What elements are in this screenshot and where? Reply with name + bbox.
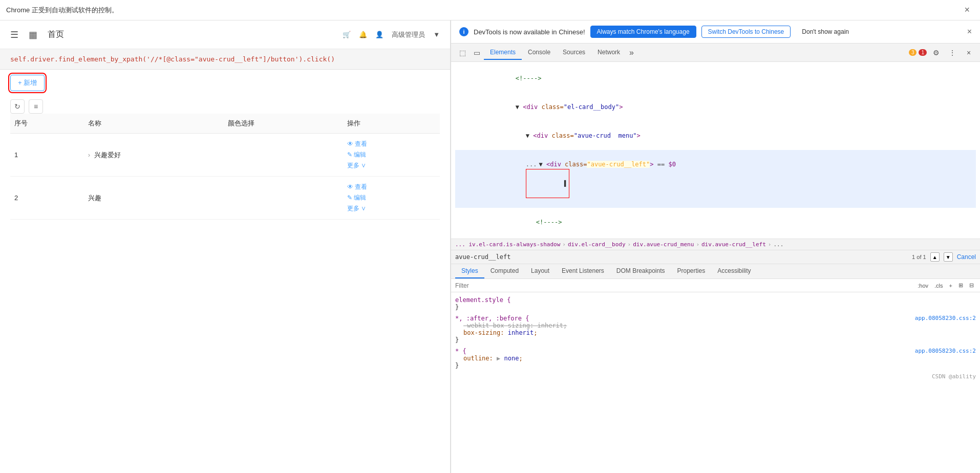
elements-panel: <!----> ▼ <div class="el-card__body"> ▼ … (451, 62, 980, 239)
css-filter-input[interactable] (455, 282, 913, 289)
device-toolbar-icon[interactable]: ▭ (470, 46, 484, 60)
col-header-color: 颜色选择 (224, 114, 343, 134)
breadcrumb-item-2[interactable]: div.el-card__body (568, 241, 626, 248)
tab-accessibility[interactable]: Accessibility (711, 264, 757, 278)
table-row: 1› 兴趣爱好👁 查看✎ 编辑更多 ∨ (10, 134, 440, 177)
filter-add-btn[interactable]: + (947, 282, 954, 290)
cell-id: 1 (10, 134, 84, 177)
more-tabs-icon[interactable]: » (626, 48, 637, 57)
tab-computed[interactable]: Computed (484, 264, 525, 278)
styles-content: element.style { } *, :after, :before {ap… (451, 292, 980, 473)
filter-row: :hov .cls + ⊞ ⊟ (451, 279, 980, 292)
filter-icon-1[interactable]: ⊞ (956, 281, 965, 290)
action-btn[interactable]: ✎ 编辑 (347, 193, 436, 202)
tab-event-listeners[interactable]: Event Listeners (556, 264, 610, 278)
html-comment-1: <!----> (455, 64, 976, 93)
bell-icon[interactable]: 🔔 (359, 31, 367, 38)
breadcrumb-row: ... iv.el-card.is-always-shadow › div.el… (451, 239, 980, 250)
settings-gear-icon[interactable]: ⚙ (929, 46, 943, 60)
breadcrumb-item-3[interactable]: div.avue-crud_menu (633, 241, 694, 248)
automation-topbar: Chrome 正受到自动测试软件的控制。 × (0, 0, 980, 20)
menu-hamburger-icon[interactable]: ☰ (10, 29, 18, 40)
devtools-notif-close[interactable]: × (967, 27, 972, 36)
dont-show-button[interactable]: Don't show again (796, 26, 855, 37)
three-dots-icon[interactable]: ... (526, 161, 537, 168)
tab-console[interactable]: Console (522, 46, 557, 60)
always-match-button[interactable]: Always match Chrome's language (590, 26, 696, 38)
search-prev-btn[interactable]: ▲ (930, 252, 940, 262)
info-icon: i (459, 27, 468, 36)
devtools-menu-icon[interactable]: ⋮ (945, 46, 960, 60)
main-layout: ☰ ▦ 首页 🛒 🔔 👤 高级管理员 ▼ self.driver.find_el… (0, 20, 980, 473)
user-dropdown-icon[interactable]: ▼ (433, 31, 440, 38)
add-button[interactable]: + 新增 (10, 75, 45, 91)
footer-text: CSDN @ability (455, 373, 976, 380)
close-devtools-icon[interactable]: × (962, 46, 976, 60)
col-header-id: 序号 (10, 114, 84, 134)
devtools-panel: i DevTools is now available in Chinese! … (451, 20, 980, 473)
filter-hov-btn[interactable]: :hov (915, 282, 930, 290)
topbar-close-button[interactable]: × (960, 3, 974, 17)
cell-color (224, 134, 343, 177)
automation-notice: Chrome 正受到自动测试软件的控制。 (6, 6, 118, 15)
refresh-button[interactable]: ↻ (10, 99, 25, 114)
grid-icon[interactable]: ▦ (29, 29, 37, 40)
shirt-icon: 🛒 (343, 31, 351, 38)
expand-icon[interactable]: › (88, 151, 92, 159)
error-badge: 1 (919, 49, 927, 56)
toolbar: + 新增 (0, 70, 450, 96)
css-rule-element-style: element.style { } (455, 296, 976, 311)
code-bar: self.driver.find_element_by_xpath('//*[@… (0, 49, 450, 70)
left-panel: ☰ ▦ 首页 🛒 🔔 👤 高级管理员 ▼ self.driver.find_el… (0, 20, 451, 473)
filter-cls-btn[interactable]: .cls (932, 282, 945, 290)
search-count: 1 of 1 (912, 254, 926, 260)
table-row: 2兴趣👁 查看✎ 编辑更多 ∨ (10, 177, 440, 220)
action-btn[interactable]: 更多 ∨ (347, 204, 436, 213)
inspect-element-icon[interactable]: ⬚ (455, 46, 470, 60)
breadcrumb-item-4[interactable]: div.avue-crud__left (701, 241, 766, 248)
search-row: 1 of 1 ▲ ▼ Cancel (451, 250, 980, 264)
tab-properties[interactable]: Properties (671, 264, 712, 278)
table-header: 序号 名称 颜色选择 操作 (10, 114, 440, 134)
search-cancel-btn[interactable]: Cancel (957, 253, 976, 261)
switch-devtools-button[interactable]: Switch DevTools to Chinese (701, 26, 791, 38)
code-text: self.driver.find_element_by_xpath('//*[@… (10, 55, 335, 63)
breadcrumb-ellipsis: ... (773, 241, 783, 248)
css-rule-box-sizing: *, :after, :before {app.08058230.css:2 -… (455, 315, 976, 343)
nav-title: 首页 (48, 29, 64, 40)
devtools-tab-right: 3 1 ⚙ ⋮ × (909, 46, 976, 60)
cell-id: 2 (10, 177, 84, 220)
tab-styles[interactable]: Styles (455, 264, 484, 278)
action-btn[interactable]: 👁 查看 (347, 183, 436, 191)
columns-button[interactable]: ≡ (29, 99, 43, 114)
element-search-input[interactable] (455, 253, 908, 261)
search-next-btn[interactable]: ▼ (944, 252, 953, 262)
html-div-selected-row[interactable]: ...▼ <div class="avue-crud__left"> == $0… (455, 150, 976, 208)
col-header-name: 名称 (84, 114, 224, 134)
action-btn[interactable]: 更多 ∨ (347, 161, 436, 170)
nav-right: 🛒 🔔 👤 高级管理员 ▼ (343, 30, 440, 39)
action-btn[interactable]: 👁 查看 (347, 140, 436, 148)
css-rule-star: * {app.08058230.css:2 outline: ▶ none; } (455, 348, 976, 369)
devtools-notification: i DevTools is now available in Chinese! … (451, 20, 980, 44)
html-div-avue-crud[interactable]: ▼ <div class="avue-crud menu"> (455, 121, 976, 150)
cell-actions: 👁 查看✎ 编辑更多 ∨ (343, 177, 440, 220)
breadcrumb-item-1[interactable]: ... iv.el-card.is-always-shadow (455, 241, 560, 248)
toolbar-icons-row: ↻ ≡ (0, 99, 450, 114)
user-label[interactable]: 高级管理员 (392, 30, 425, 39)
cell-color (224, 177, 343, 220)
cell-name: 兴趣 (84, 177, 224, 220)
tab-layout[interactable]: Layout (525, 264, 556, 278)
warning-badge: 3 (909, 49, 917, 56)
nav-bar: ☰ ▦ 首页 🛒 🔔 👤 高级管理员 ▼ (0, 20, 450, 49)
user-avatar: 👤 (375, 31, 384, 38)
action-btn[interactable]: ✎ 编辑 (347, 150, 436, 159)
tab-sources[interactable]: Sources (557, 46, 591, 60)
html-div-card-body[interactable]: ▼ <div class="el-card__body"> (455, 93, 976, 121)
tab-dom-breakpoints[interactable]: DOM Breakpoints (610, 264, 671, 278)
styles-tabs-row: Styles Computed Layout Event Listeners D… (451, 264, 980, 279)
tab-network[interactable]: Network (591, 46, 626, 60)
filter-icon-2[interactable]: ⊟ (967, 281, 976, 290)
tab-elements[interactable]: Elements (484, 46, 522, 60)
col-header-action: 操作 (343, 114, 440, 134)
